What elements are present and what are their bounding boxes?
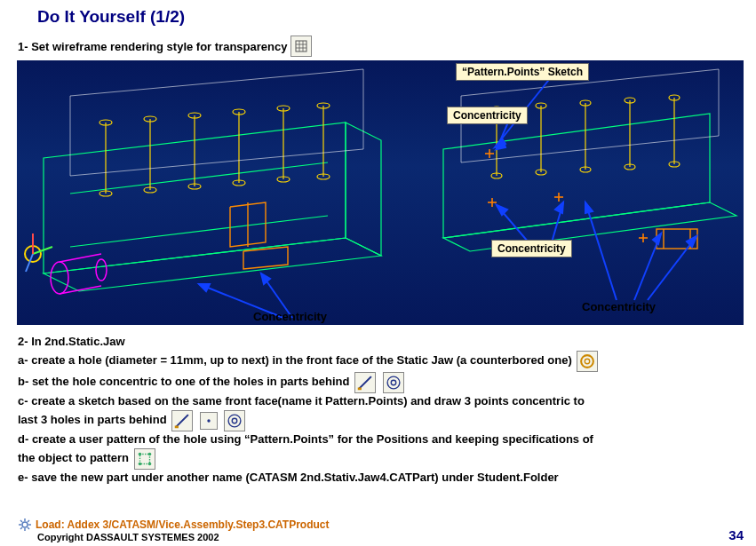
step2-e: e- save the new part under another name … — [18, 470, 738, 487]
svg-marker-29 — [70, 69, 363, 176]
svg-marker-6 — [44, 238, 381, 291]
svg-marker-84 — [199, 284, 210, 291]
step2-c2: last 3 holes in parts behind — [18, 413, 167, 426]
svg-marker-82 — [261, 273, 270, 284]
svg-line-104 — [28, 527, 29, 529]
svg-line-8 — [70, 216, 328, 247]
svg-line-105 — [20, 527, 22, 529]
wireframe-render-icon — [290, 36, 312, 57]
slide-footer: Load: Addex 3/CATASM/Vice.Assembly.Step3… — [18, 518, 744, 542]
svg-rect-90 — [175, 425, 179, 428]
svg-point-98 — [22, 522, 28, 527]
copyright-text: Copyright DASSAULT SYSTEMES 2002 — [18, 532, 330, 542]
svg-point-91 — [207, 419, 210, 422]
svg-line-35 — [60, 254, 101, 262]
svg-rect-0 — [296, 41, 306, 51]
step2-c1: c- create a sketch based on the same fro… — [18, 393, 738, 410]
step2-d2: the object to pattern — [18, 451, 129, 464]
page-title: Do It Yourself (1/2) — [0, 0, 756, 32]
svg-marker-38 — [443, 114, 710, 238]
concentric-icon — [224, 410, 245, 431]
svg-line-79 — [648, 236, 696, 300]
label-concentricity-1: Concentricity — [447, 107, 528, 124]
step-1-text: 1- Set wireframe rendering style for tra… — [18, 40, 287, 53]
svg-marker-76 — [585, 202, 593, 213]
step2-b: b- set the hole concentric to one of the… — [18, 375, 349, 388]
svg-line-106 — [28, 520, 29, 522]
sketch-tool-icon — [171, 410, 193, 431]
step-1-line: 1- Set wireframe rendering style for tra… — [0, 32, 756, 59]
svg-marker-80 — [687, 236, 696, 247]
step2-header: 2- In 2nd.Static.Jaw — [18, 334, 738, 351]
concentric-constraint-icon — [383, 372, 404, 393]
label-concentricity-2: Concentricity — [491, 240, 572, 257]
label-concentricity-4: Concentricity — [253, 310, 327, 323]
svg-point-37 — [96, 259, 107, 281]
svg-point-93 — [233, 418, 238, 423]
svg-point-88 — [387, 376, 400, 389]
svg-point-89 — [391, 380, 396, 385]
step-2-block: 2- In 2nd.Static.Jaw a- create a hole (d… — [0, 325, 756, 486]
page-number: 34 — [728, 527, 744, 542]
label-concentricity-3: Concentricity — [582, 300, 656, 313]
step2-a: a- create a hole (diameter = 11mm, up to… — [18, 353, 572, 367]
user-pattern-icon — [134, 448, 155, 470]
svg-point-92 — [229, 415, 242, 427]
counterbore-hole-icon — [577, 351, 598, 372]
label-pattern-points: “Pattern.Points” Sketch — [456, 63, 589, 81]
svg-line-31 — [33, 247, 52, 254]
svg-marker-72 — [497, 205, 507, 215]
step2-d1: d- create a user pattern of the hole usi… — [18, 431, 738, 448]
svg-rect-87 — [358, 387, 362, 390]
svg-point-86 — [585, 359, 591, 364]
gear-icon — [18, 518, 32, 532]
cad-viewport: “Pattern.Points” Sketch Concentricity Co… — [17, 60, 744, 325]
svg-line-103 — [20, 520, 22, 522]
svg-marker-74 — [555, 202, 563, 213]
svg-point-85 — [582, 355, 594, 368]
sketch-icon — [354, 372, 376, 393]
load-text: Load: Addex 3/CATASM/Vice.Assembly.Step3… — [36, 518, 330, 531]
svg-line-32 — [26, 254, 33, 272]
point-icon — [200, 412, 218, 430]
